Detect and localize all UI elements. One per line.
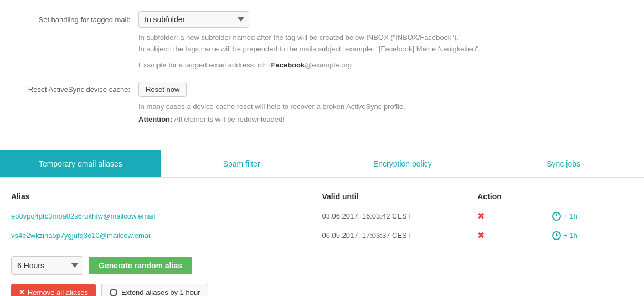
delete-alias-button[interactable]: ✖: [477, 231, 485, 240]
reset-help-text: In many cases a device cache reset will …: [138, 101, 627, 113]
extend-label: + 1h: [563, 212, 578, 220]
attention-text: All elements will be redownloaded!: [174, 115, 284, 123]
example-label: Example for a tagged email address:: [138, 61, 256, 69]
aliases-table: Alias Valid until Action eo8vpq4gtc3mba0…: [11, 189, 633, 245]
tagged-mail-label: Set handling for tagged mail:: [17, 11, 138, 24]
alias-link: eo8vpq4gtc3mba02s6rukhfw@mailcow.email: [11, 212, 155, 220]
extend-all-aliases-button[interactable]: Extend aliases by 1 hour: [101, 284, 208, 296]
valid-until: 06.05.2017, 17:03:37 CEST: [322, 226, 478, 245]
example-bold: Facebook: [271, 61, 305, 69]
remove-all-label: Remove all aliases: [28, 288, 88, 296]
subfolder-select[interactable]: In subfolderIn subject: [138, 11, 249, 28]
col-header-alias: Alias: [11, 189, 322, 206]
attention-label: Attention:: [138, 115, 172, 123]
remove-all-aliases-button[interactable]: ✕ Remove all aliases: [11, 284, 96, 296]
action-buttons-row: ✕ Remove all aliases Extend aliases by 1…: [11, 284, 633, 296]
valid-until: 03.06.2017, 16:03:42 CEST: [322, 206, 478, 226]
extend-1h-button[interactable]: + 1h: [552, 212, 578, 221]
col-header-valid-until: Valid until: [322, 189, 478, 206]
table-row: vs4e2wkziha5p7ygjufq3o10@mailcow.email06…: [11, 226, 633, 245]
col-header-action: Action: [477, 189, 552, 206]
extend-cell: + 1h: [552, 206, 633, 226]
main-content: Alias Valid until Action eo8vpq4gtc3mba0…: [0, 178, 644, 296]
extend-cell: + 1h: [552, 226, 633, 245]
extend-label: + 1h: [563, 231, 578, 240]
alias-email: vs4e2wkziha5p7ygjufq3o10@mailcow.email: [11, 226, 322, 245]
tab-spam-filter[interactable]: Spam filter: [161, 150, 322, 177]
col-header-extend: [552, 189, 633, 206]
alias-controls: 6 Hours1 Hour2 Hours12 Hours24 Hours Gen…: [11, 256, 633, 275]
tabs-nav: Temporary email aliases Spam filter Encr…: [0, 150, 644, 178]
clock-icon: [110, 289, 117, 296]
hours-select[interactable]: 6 Hours1 Hour2 Hours12 Hours24 Hours: [11, 256, 83, 275]
clock-icon: [552, 212, 561, 221]
alias-email: eo8vpq4gtc3mba02s6rukhfw@mailcow.email: [11, 206, 322, 226]
action-cell: ✖: [477, 226, 552, 245]
extend-1h-button[interactable]: + 1h: [552, 231, 578, 240]
table-row: eo8vpq4gtc3mba02s6rukhfw@mailcow.email03…: [11, 206, 633, 226]
generate-random-alias-button[interactable]: Generate random alias: [89, 257, 192, 274]
subject-help-line2: In subject: the tags name will be prepen…: [138, 44, 627, 55]
delete-alias-button[interactable]: ✖: [477, 211, 485, 221]
action-cell: ✖: [477, 206, 552, 226]
subfolder-help-line1: In subfolder: a new subfolder named afte…: [138, 32, 627, 44]
reset-now-button[interactable]: Reset now: [138, 82, 187, 97]
example-prefix: ich+: [257, 61, 271, 69]
x-icon: ✕: [19, 288, 25, 296]
tab-sync-jobs[interactable]: Sync jobs: [483, 150, 644, 177]
clock-icon: [552, 231, 561, 240]
tab-temporary-email-aliases[interactable]: Temporary email aliases: [0, 150, 161, 177]
example-suffix: @example.org: [305, 61, 352, 69]
alias-link: vs4e2wkziha5p7ygjufq3o10@mailcow.email: [11, 231, 152, 240]
tab-encryption-policy[interactable]: Encryption policy: [322, 150, 483, 177]
reset-label: Reset ActiveSync device cache:: [17, 81, 138, 94]
extend-all-label: Extend aliases by 1 hour: [121, 288, 200, 296]
